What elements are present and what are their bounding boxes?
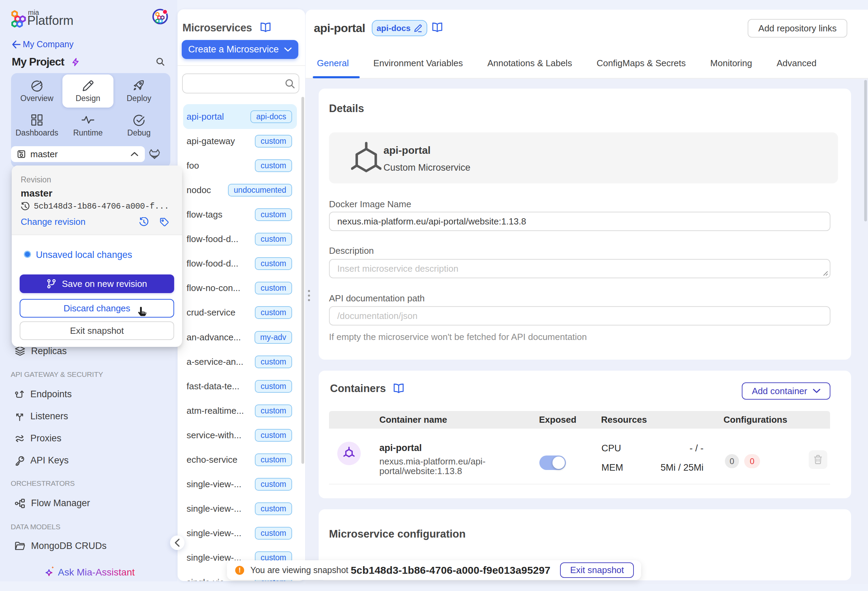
svg-text:Platform: Platform	[27, 13, 74, 28]
